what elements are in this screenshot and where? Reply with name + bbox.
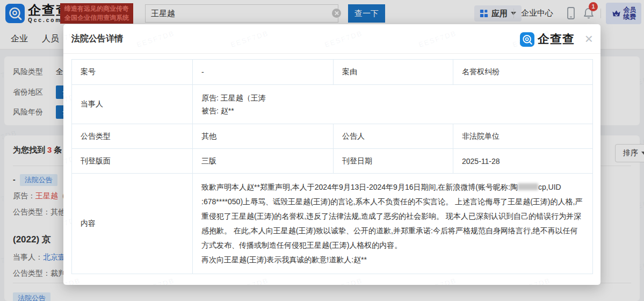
content-value: 致歉声明本人赵**郑重声明,本人于2024年9月13日-2024年9月16日期间…	[193, 174, 593, 274]
case-no-label: 案号	[72, 60, 193, 85]
modal-body: 案号 - 案由 名誉权纠纷 当事人 原告: 王星越（王涛 被告: 赵** 公告类…	[63, 54, 600, 280]
qcc-logo-icon-small	[520, 32, 534, 47]
close-icon[interactable]: ×	[585, 31, 593, 46]
publication-date-value: 2025-11-28	[453, 149, 593, 174]
court-announcement-modal: EESF7DBEESF7DBEESF7DBEESF7DBEESF7DBEESF7…	[63, 24, 600, 285]
announcer-value: 非法院单位	[453, 124, 593, 149]
announcement-type-label: 公告类型	[72, 124, 193, 149]
publication-date-label: 刊登日期	[334, 149, 453, 174]
cause-value: 名誉权纠纷	[453, 60, 593, 85]
modal-title: 法院公告详情	[71, 33, 123, 45]
content-paragraph-2: 再次向王星越(王涛)表示我真诚的歉意!道歉人:赵**	[201, 253, 584, 267]
table-row: 内容 致歉声明本人赵**郑重声明,本人于2024年9月13日-2024年9月16…	[72, 174, 593, 274]
content-paragraph-1: 致歉声明本人赵**郑重声明,本人于2024年9月13日-2024年9月16日期间…	[201, 180, 584, 253]
modal-logo-text: 企查查	[538, 31, 575, 47]
content-text-b: cp,UID :678****050)上辱骂、诋毁王星越(王涛)的言论,系本人不…	[201, 183, 582, 249]
content-label: 内容	[72, 174, 193, 274]
party-value: 原告: 王星越（王涛 被告: 赵**	[193, 85, 593, 124]
publication-page-label: 刊登版面	[72, 149, 193, 174]
cause-label: 案由	[334, 60, 453, 85]
table-row: 案号 - 案由 名誉权纠纷	[72, 60, 593, 85]
table-row: 当事人 原告: 王星越（王涛 被告: 赵**	[72, 85, 593, 124]
modal-header: 法院公告详情 企查查 ×	[63, 24, 600, 54]
party-label: 当事人	[72, 85, 193, 124]
table-row: 公告类型 其他 公告人 非法院单位	[72, 124, 593, 149]
content-text-a: 致歉声明本人赵**郑重声明,本人于2024年9月13日-2024年9月16日期间…	[201, 183, 518, 191]
announcement-type-value: 其他	[193, 124, 334, 149]
detail-table: 案号 - 案由 名誉权纠纷 当事人 原告: 王星越（王涛 被告: 赵** 公告类…	[71, 59, 593, 274]
redacted-blur-box	[518, 183, 538, 190]
publication-page-value: 三版	[193, 149, 334, 174]
table-row: 刊登版面 三版 刊登日期 2025-11-28	[72, 149, 593, 174]
announcer-label: 公告人	[334, 124, 453, 149]
party-plaintiff: 原告: 王星越（王涛	[201, 91, 584, 104]
case-no-value: -	[193, 60, 334, 85]
modal-qcc-logo: 企查查	[520, 31, 575, 47]
party-defendant: 被告: 赵**	[201, 104, 584, 117]
